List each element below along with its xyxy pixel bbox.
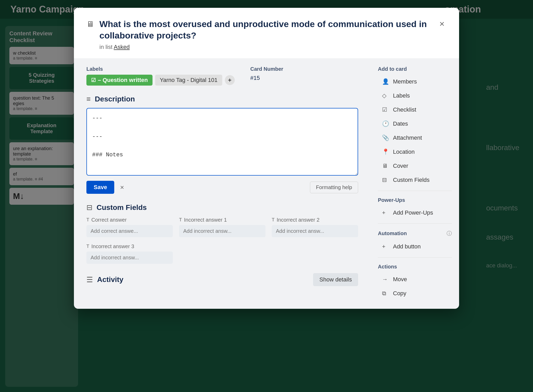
activity-icon: ☰ xyxy=(86,275,93,284)
modal-body: Labels ☑ – Question written Yarno Tag - … xyxy=(74,58,459,309)
cf-input-incorrect-3[interactable] xyxy=(86,252,173,264)
description-buttons: Save × Formatting help xyxy=(86,181,358,194)
modal-header: 🖥 What is the most overused and unproduc… xyxy=(74,8,459,58)
labels-section: Labels ☑ – Question written Yarno Tag - … xyxy=(86,66,358,86)
sidebar-dates-btn[interactable]: 🕐 Dates xyxy=(378,117,452,130)
card-number-heading: Card Number xyxy=(250,66,283,72)
label-yarno-tag[interactable]: Yarno Tag - Digital 101 xyxy=(155,75,222,86)
label-question-written[interactable]: ☑ – Question written xyxy=(86,75,153,86)
cf-type-icon-3: T xyxy=(272,217,275,223)
members-icon: 👤 xyxy=(382,78,389,85)
sidebar-attachment-btn[interactable]: 📎 Attachment xyxy=(378,131,452,144)
custom-field-incorrect-3-wrapper: T Incorrect answer 3 xyxy=(86,243,173,264)
custom-fields-section-header: ⊟ Custom Fields xyxy=(86,203,358,212)
checklist-icon: ☑ xyxy=(382,106,389,113)
attachment-icon: 📎 xyxy=(382,134,389,141)
description-section-header: ≡ Description xyxy=(86,95,358,103)
move-icon: → xyxy=(382,276,389,283)
modal-close-button[interactable]: × xyxy=(437,18,447,29)
cf-type-icon-1: T xyxy=(86,217,89,223)
cf-type-icon-4: T xyxy=(86,244,89,249)
sidebar-custom-fields-btn[interactable]: ⊟ Custom Fields xyxy=(378,173,452,187)
move-btn[interactable]: → Move xyxy=(378,273,452,286)
modal-sidebar: Add to card 👤 Members ◇ Labels ☑ Checkli… xyxy=(371,58,459,309)
custom-field-incorrect-1: T Incorrect answer 1 xyxy=(179,217,265,237)
location-icon: 📍 xyxy=(382,149,389,155)
sidebar-members-btn[interactable]: 👤 Members xyxy=(378,75,452,88)
modal-title-area: What is the most overused and unproducti… xyxy=(99,18,437,50)
cf-label-correct: T Correct answer xyxy=(86,217,173,223)
labels-icon: ◇ xyxy=(382,92,389,99)
card-number-field-group: Card Number #15 xyxy=(250,66,283,81)
custom-fields-grid: T Correct answer T Incorrect answer 1 xyxy=(86,217,358,237)
modal-list-ref: in list Asked xyxy=(99,44,437,50)
activity-section: ☰ Activity Show details xyxy=(86,273,358,286)
modal-card-title: What is the most overused and unproducti… xyxy=(99,18,437,41)
sidebar-location-btn[interactable]: 📍 Location xyxy=(378,145,452,158)
labels-heading: Labels xyxy=(86,66,235,72)
cf-input-correct[interactable] xyxy=(86,225,173,237)
save-button[interactable]: Save xyxy=(86,181,114,194)
description-textarea[interactable]: --- --- ### Notes xyxy=(86,108,358,176)
sidebar-divider-3 xyxy=(378,257,452,258)
show-details-button[interactable]: Show details xyxy=(313,273,358,286)
custom-field-incorrect-3: T Incorrect answer 3 xyxy=(86,243,173,264)
activity-heading: Activity xyxy=(97,275,123,284)
custom-fields-sidebar-icon: ⊟ xyxy=(382,177,389,183)
card-modal: 🖥 What is the most overused and unproduc… xyxy=(74,8,459,309)
formatting-help-button[interactable]: Formatting help xyxy=(310,182,358,193)
modal-main-content: Labels ☑ – Question written Yarno Tag - … xyxy=(74,58,371,309)
automation-title: Automation xyxy=(378,230,407,236)
add-button-btn[interactable]: + Add button xyxy=(378,240,452,253)
copy-icon: ⧉ xyxy=(382,290,389,297)
custom-fields-section: ⊟ Custom Fields T Correct answer T xyxy=(86,203,358,264)
modal-header-left: 🖥 What is the most overused and unproduc… xyxy=(86,18,437,50)
activity-section-left: ☰ Activity xyxy=(86,275,123,284)
sidebar-divider-1 xyxy=(378,191,452,191)
cf-label-incorrect-2: T Incorrect answer 2 xyxy=(272,217,358,223)
dates-icon: 🕐 xyxy=(382,120,389,127)
label-add-button[interactable]: + xyxy=(225,75,235,85)
card-number-value: #15 xyxy=(250,75,283,81)
cover-icon: 🖥 xyxy=(382,163,389,169)
labels-field-group: Labels ☑ – Question written Yarno Tag - … xyxy=(86,66,235,86)
cf-label-incorrect-3: T Incorrect answer 3 xyxy=(86,243,173,249)
info-icon[interactable]: ⓘ xyxy=(447,230,452,237)
automation-header: Automation ⓘ xyxy=(378,230,452,237)
copy-btn[interactable]: ⧉ Copy xyxy=(378,287,452,300)
plus-icon-powerups: + xyxy=(382,209,389,216)
cf-input-incorrect-2[interactable] xyxy=(272,225,358,237)
cancel-button[interactable]: × xyxy=(118,181,126,194)
modal-list-link[interactable]: Asked xyxy=(114,44,130,50)
card-type-icon: 🖥 xyxy=(86,20,94,29)
sidebar-divider-2 xyxy=(378,223,452,224)
sidebar-cover-btn[interactable]: 🖥 Cover xyxy=(378,159,452,172)
cf-label-incorrect-1: T Incorrect answer 1 xyxy=(179,217,265,223)
plus-icon-automation: + xyxy=(382,243,389,250)
custom-fields-icon: ⊟ xyxy=(86,203,92,212)
description-heading: Description xyxy=(95,95,135,103)
power-ups-title: Power-Ups xyxy=(378,197,452,203)
custom-fields-heading: Custom Fields xyxy=(97,203,147,212)
sidebar-checklist-btn[interactable]: ☑ Checklist xyxy=(378,103,452,116)
labels-row: ☑ – Question written Yarno Tag - Digital… xyxy=(86,75,235,86)
description-icon: ≡ xyxy=(86,95,91,103)
cf-input-incorrect-1[interactable] xyxy=(179,225,265,237)
sidebar-labels-btn[interactable]: ◇ Labels xyxy=(378,89,452,102)
custom-field-incorrect-2: T Incorrect answer 2 xyxy=(272,217,358,237)
add-power-ups-btn[interactable]: + Add Power-Ups xyxy=(378,206,452,219)
checkmark-icon: ☑ xyxy=(91,77,96,83)
cf-type-icon-2: T xyxy=(179,217,182,223)
actions-title: Actions xyxy=(378,264,452,270)
add-to-card-title: Add to card xyxy=(378,66,452,72)
custom-field-correct-answer: T Correct answer xyxy=(86,217,173,237)
